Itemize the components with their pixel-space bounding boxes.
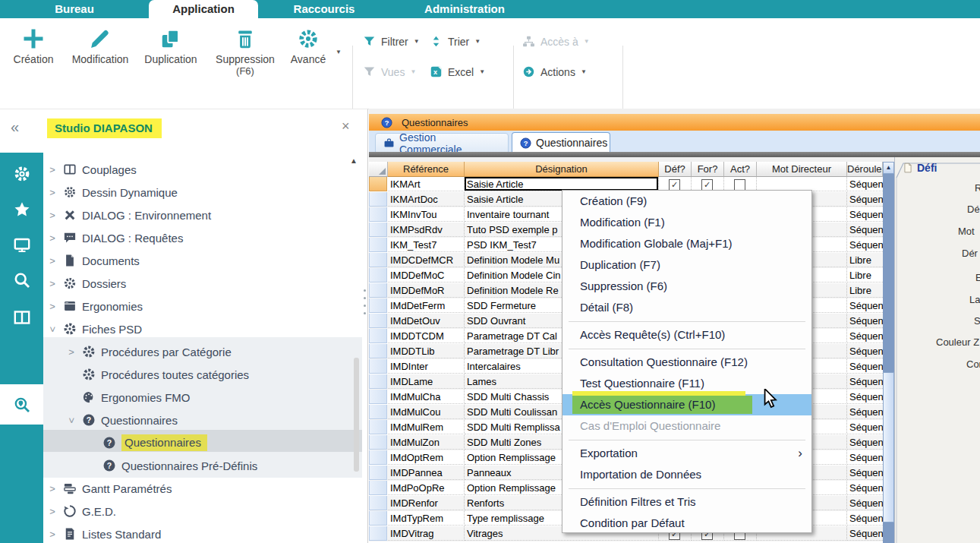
row-selector[interactable] (369, 466, 387, 480)
dropdown-arrow-icon[interactable]: ▼ (474, 38, 481, 45)
column-header-deroulem[interactable]: Déroulem (847, 162, 883, 177)
column-header-designation[interactable]: Désignation (465, 162, 659, 177)
ribbon-button-actions[interactable]: Actions▼ (522, 65, 587, 78)
row-selector[interactable] (369, 450, 387, 465)
row-selector[interactable] (369, 496, 387, 510)
row-selector[interactable] (369, 374, 387, 389)
menu-item-condition-par-defaut[interactable]: Condition par Défaut (562, 513, 811, 534)
ribbon-tab-bureau[interactable]: Bureau (21, 0, 128, 18)
panel-tab-definition[interactable]: Défi (903, 162, 937, 174)
rail-item-split-view[interactable] (0, 299, 43, 335)
rail-item-wheel[interactable] (0, 156, 43, 191)
row-selector[interactable] (369, 359, 387, 374)
chevron-right-icon[interactable]: > (48, 506, 57, 517)
select-all-corner[interactable] (369, 162, 388, 177)
row-selector[interactable] (369, 177, 387, 191)
row-selector[interactable] (369, 526, 387, 541)
tree-scrollbar-thumb[interactable] (354, 358, 359, 472)
sidebar-item-questionnaires[interactable]: >?Questionnaires (43, 409, 362, 431)
checkbox-checked[interactable]: ✓ (669, 179, 680, 191)
menu-item-importation-de-donnees[interactable]: Importation de Données (562, 464, 811, 485)
column-header-mot-directeur[interactable]: Mot Directeur (757, 162, 847, 177)
dropdown-arrow-icon[interactable]: ▼ (581, 68, 587, 75)
collapse-sidebar-button[interactable]: « (11, 118, 19, 136)
menu-item-definition-filtres-et-tris[interactable]: Définition Filtres et Tris (562, 491, 811, 513)
sidebar-item-ergonomies[interactable]: >Ergonomies (43, 295, 362, 317)
row-selector[interactable] (369, 344, 387, 358)
rail-item-search[interactable] (0, 262, 43, 298)
menu-item-detail-f8[interactable]: Détail (F8) (562, 297, 811, 318)
row-selector[interactable] (369, 314, 387, 328)
column-header-reference[interactable]: Référence (388, 162, 465, 177)
chevron-right-icon[interactable]: > (48, 232, 57, 244)
row-selector[interactable] (369, 420, 387, 434)
sidebar-item-dialog-requetes[interactable]: >DIALOG : Requêtes (43, 226, 362, 249)
sidebar-item-g-e-d[interactable]: >G.E.D. (43, 500, 362, 522)
ribbon-button-suppression[interactable]: Suppression(F6) (210, 27, 281, 77)
rail-item-monitor[interactable] (0, 227, 43, 263)
ribbon-tab-raccourcis[interactable]: Raccourcis (272, 0, 377, 18)
row-selector[interactable] (369, 223, 387, 237)
column-header-act[interactable]: Act? (724, 162, 757, 177)
sidebar-item-dessin-dynamique[interactable]: >Dessin Dynamique (43, 181, 362, 204)
row-selector[interactable] (369, 207, 387, 222)
checkbox-unchecked[interactable] (734, 179, 745, 191)
menu-item-modification-globale-maj-f1[interactable]: Modification Globale (Maj+F1) (562, 233, 811, 254)
column-header-def[interactable]: Déf? (659, 162, 692, 177)
chevron-right-icon[interactable]: > (48, 301, 57, 312)
menu-item-duplication-f7[interactable]: Duplication (F7) (562, 254, 811, 276)
sidebar-item-couplages[interactable]: >Couplages (43, 158, 362, 181)
menu-item-creation-f9[interactable]: Création (F9) (562, 191, 811, 212)
column-header-for[interactable]: For? (692, 162, 724, 177)
chevron-down-icon[interactable]: > (47, 324, 58, 333)
sidebar-splitter[interactable] (363, 289, 367, 314)
row-selector[interactable] (369, 329, 387, 343)
sidebar-item-questionnaires[interactable]: ?Questionnaires (43, 431, 362, 454)
ribbon-button-avance[interactable]: Avancé▼ (281, 27, 336, 65)
chevron-right-icon[interactable]: > (48, 187, 57, 198)
ribbon-button-creation[interactable]: Création (6, 27, 61, 65)
sidebar-item-listes-standard[interactable]: >Listes Standard (43, 522, 362, 543)
chevron-right-icon[interactable]: > (48, 529, 57, 540)
row-selector[interactable] (369, 253, 387, 267)
row-selector[interactable] (369, 238, 387, 252)
chevron-right-icon[interactable]: > (48, 278, 57, 289)
chevron-down-icon[interactable]: > (66, 415, 77, 425)
row-selector[interactable] (369, 390, 387, 404)
row-selector[interactable] (369, 511, 387, 526)
ribbon-tab-application[interactable]: Application (149, 0, 258, 19)
sidebar-item-gantt-parametres[interactable]: >Gantt Paramétrés (43, 477, 362, 500)
sidebar-item-fiches-psd[interactable]: >Fiches PSD (43, 317, 362, 340)
menu-item-consultation-questionnaire-f12[interactable]: Consultation Questionnaire (F12) (562, 352, 811, 373)
ribbon-button-duplication[interactable]: Duplication (138, 27, 203, 65)
rail-item-pin-search[interactable] (0, 384, 43, 425)
sidebar-item-procedures-toutes-categories[interactable]: Procédures toutes catégories (43, 363, 362, 386)
row-selector[interactable] (369, 481, 387, 495)
chevron-right-icon[interactable]: > (67, 346, 76, 358)
row-selector[interactable] (369, 268, 387, 283)
ribbon-tab-administration[interactable]: Administration (398, 0, 531, 18)
sidebar-item-procedures-par-categorie[interactable]: >Procédures par Catégorie (43, 340, 362, 363)
ribbon-button-filtrer[interactable]: Filtrer▼ (363, 35, 420, 48)
sidebar-item-ergonomies-fmo[interactable]: Ergonomies FMO (43, 386, 362, 409)
tree-scroll-up-button[interactable]: ▲ (350, 156, 358, 165)
document-tab-questionnaires[interactable]: ?Questionnaires (512, 132, 610, 153)
close-sidebar-button[interactable]: × (342, 118, 350, 134)
sidebar-item-documents[interactable]: >Documents (43, 249, 362, 272)
menu-item-exportation[interactable]: Exportation› (562, 443, 811, 464)
chevron-right-icon[interactable]: > (48, 164, 57, 175)
sidebar-item-questionnaires-pre-definis-predefinis[interactable]: ?Questionnaires Pré-Définis (43, 454, 362, 477)
document-tab-gestion-commerciale[interactable]: Gestion Commerciale ... (375, 133, 509, 153)
rail-item-star[interactable] (0, 191, 43, 227)
chevron-right-icon[interactable]: > (48, 483, 57, 494)
ribbon-button-modification[interactable]: Modification (64, 27, 137, 65)
ribbon-button-excel[interactable]: xExcel▼ (430, 65, 485, 78)
sidebar-item-dialog-environnement[interactable]: >DIALOG : Environnement (43, 204, 362, 226)
row-selector[interactable] (369, 298, 387, 313)
dropdown-arrow-icon[interactable]: ▼ (336, 49, 342, 55)
menu-item-acces-requete-s-ctrl-f10[interactable]: Accès Requête(s) (Ctrl+F10) (562, 324, 811, 346)
row-selector[interactable] (369, 405, 387, 419)
row-selector[interactable] (369, 283, 387, 298)
dropdown-arrow-icon[interactable]: ▼ (479, 68, 485, 75)
menu-item-suppression-f6[interactable]: Suppression (F6) (562, 276, 811, 297)
